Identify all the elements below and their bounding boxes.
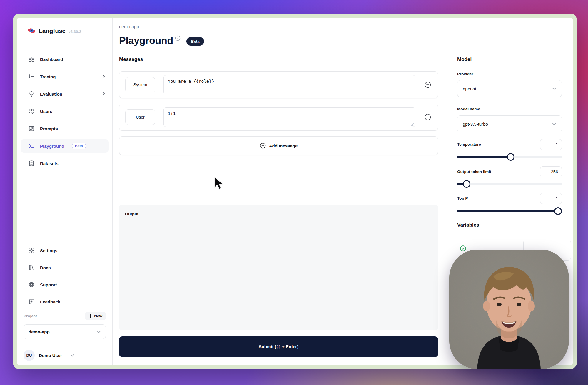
sidebar-item-feedback[interactable]: Feedback bbox=[21, 295, 109, 308]
role-button[interactable]: User bbox=[125, 109, 155, 125]
slider-handle[interactable] bbox=[554, 207, 562, 215]
dashboard-grid-icon bbox=[28, 55, 35, 63]
brand-header: Langfuse v2.30.2 bbox=[28, 26, 81, 34]
output-panel: Output bbox=[119, 205, 438, 330]
sidebar-item-evaluation[interactable]: Evaluation bbox=[21, 87, 109, 101]
sidebar: Langfuse v2.30.2 Dashboard Tracing bbox=[17, 18, 113, 365]
model-heading: Model bbox=[457, 57, 472, 62]
sidebar-item-label: Dashboard bbox=[40, 57, 63, 62]
project-select-value: demo-app bbox=[29, 329, 50, 334]
app-version: v2.30.2 bbox=[69, 29, 81, 34]
webcam-overlay bbox=[449, 250, 569, 369]
slider-handle[interactable] bbox=[463, 180, 470, 188]
message-textarea[interactable]: 1+1 bbox=[163, 107, 415, 127]
top-p-input[interactable]: 1 bbox=[540, 193, 562, 204]
playground-beta-badge: Beta bbox=[72, 143, 86, 149]
page-title: Playground bbox=[119, 35, 173, 46]
variables-heading: Variables bbox=[457, 222, 479, 228]
gear-icon bbox=[28, 247, 35, 254]
message-textarea[interactable]: You are a {{role}} bbox=[163, 75, 415, 94]
provider-label: Provider bbox=[457, 72, 473, 76]
slider-fill bbox=[457, 210, 562, 212]
submit-label: Submit (⌘ + Enter) bbox=[259, 344, 298, 349]
plus-icon bbox=[88, 314, 92, 318]
mouse-cursor bbox=[212, 176, 226, 192]
message-row-system: System You are a {{role}} bbox=[119, 71, 438, 98]
add-message-button[interactable]: Add message bbox=[119, 136, 438, 155]
main-content: demo-app Playground Beta Messages System… bbox=[119, 18, 438, 365]
sidebar-item-tracing[interactable]: Tracing bbox=[21, 70, 109, 83]
sidebar-item-datasets[interactable]: Datasets bbox=[21, 157, 109, 170]
sidebar-item-label: Docs bbox=[40, 265, 51, 270]
project-row: Project New bbox=[24, 312, 106, 320]
sidebar-item-playground[interactable]: Playground Beta bbox=[21, 139, 109, 153]
lightbulb-icon bbox=[28, 90, 35, 98]
add-message-label: Add message bbox=[269, 143, 298, 148]
messages-heading: Messages bbox=[119, 57, 143, 62]
slider-track bbox=[457, 183, 562, 185]
new-project-label: New bbox=[94, 314, 102, 318]
lifebuoy-icon bbox=[28, 281, 35, 288]
info-icon[interactable] bbox=[175, 35, 181, 42]
slider-handle[interactable] bbox=[507, 153, 514, 161]
sidebar-item-label: Settings bbox=[40, 248, 57, 253]
remove-message-button[interactable] bbox=[424, 81, 432, 89]
message-row-user: User 1+1 bbox=[119, 104, 438, 131]
langfuse-logo-icon bbox=[28, 28, 36, 34]
model-name-value: gpt-3.5-turbo bbox=[463, 122, 488, 127]
sidebar-item-users[interactable]: Users bbox=[21, 104, 109, 118]
temperature-slider[interactable] bbox=[457, 153, 562, 161]
tracing-tree-icon bbox=[28, 73, 35, 80]
avatar: DU bbox=[24, 350, 35, 361]
sidebar-item-settings[interactable]: Settings bbox=[21, 244, 109, 257]
project-select[interactable]: demo-app bbox=[24, 324, 106, 339]
new-project-button[interactable]: New bbox=[85, 312, 106, 320]
sidebar-item-label: Playground bbox=[40, 144, 64, 149]
temperature-input[interactable]: 1 bbox=[540, 139, 562, 150]
top-p-label: Top P bbox=[457, 196, 468, 200]
sidebar-item-dashboard[interactable]: Dashboard bbox=[21, 52, 109, 66]
output-token-limit-input[interactable]: 256 bbox=[540, 166, 562, 177]
model-name-label: Model name bbox=[457, 107, 480, 111]
chevron-down-icon bbox=[552, 123, 556, 125]
message-plus-icon bbox=[28, 298, 35, 306]
submit-button[interactable]: Submit (⌘ + Enter) bbox=[119, 336, 438, 357]
database-icon bbox=[28, 160, 35, 167]
page-header: Playground Beta bbox=[119, 35, 204, 46]
project-label: Project bbox=[24, 314, 37, 318]
user-name: Demo User bbox=[39, 353, 62, 358]
sidebar-item-label: Users bbox=[40, 109, 52, 114]
minus-circle-icon bbox=[424, 81, 432, 89]
user-menu[interactable]: DU Demo User bbox=[24, 350, 106, 361]
sidebar-item-label: Support bbox=[40, 282, 57, 287]
chevron-down-icon bbox=[70, 354, 74, 357]
prompts-edit-icon bbox=[28, 125, 35, 132]
sidebar-item-label: Tracing bbox=[40, 74, 56, 79]
provider-value: openai bbox=[463, 86, 476, 91]
slider-fill bbox=[457, 156, 511, 158]
remove-message-button[interactable] bbox=[424, 113, 432, 121]
sidebar-item-label: Datasets bbox=[40, 161, 59, 166]
output-label: Output bbox=[125, 212, 138, 216]
sidebar-item-docs[interactable]: Docs bbox=[21, 261, 109, 274]
chevron-down-icon bbox=[552, 87, 556, 90]
chevron-down-icon bbox=[97, 331, 101, 333]
sidebar-item-support[interactable]: Support bbox=[21, 278, 109, 291]
users-icon bbox=[28, 107, 35, 115]
provider-select[interactable]: openai bbox=[457, 80, 562, 97]
sidebar-item-label: Evaluation bbox=[40, 92, 62, 97]
plus-circle-icon bbox=[260, 142, 266, 149]
output-token-limit-slider[interactable] bbox=[457, 180, 562, 188]
beta-badge: Beta bbox=[186, 37, 204, 46]
temperature-label: Temperature bbox=[457, 142, 481, 147]
brand-name: Langfuse bbox=[39, 27, 66, 34]
sidebar-item-prompts[interactable]: Prompts bbox=[21, 122, 109, 135]
top-p-slider[interactable] bbox=[457, 207, 562, 215]
library-books-icon bbox=[28, 264, 35, 271]
model-name-select[interactable]: gpt-3.5-turbo bbox=[457, 115, 562, 132]
breadcrumb[interactable]: demo-app bbox=[119, 24, 139, 29]
role-button[interactable]: System bbox=[125, 77, 155, 92]
terminal-icon bbox=[28, 142, 35, 150]
sidebar-item-label: Prompts bbox=[40, 126, 58, 131]
chevron-right-icon bbox=[102, 74, 106, 79]
